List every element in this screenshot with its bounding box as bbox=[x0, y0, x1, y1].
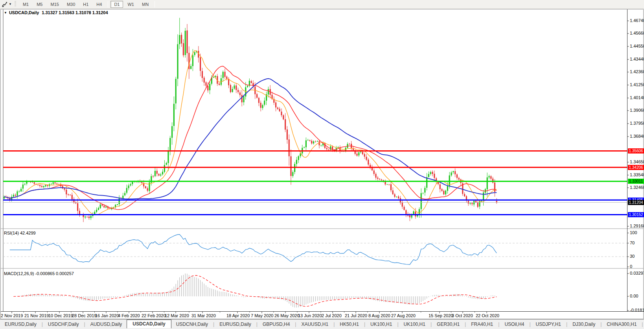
price-tick-label: 1.39060 bbox=[630, 108, 644, 113]
date-tick-label: 21 Nov 2019 bbox=[24, 313, 49, 318]
price-level-badge-1.33011: 1.33011 bbox=[628, 179, 644, 184]
rsi-tick-label: 70 bbox=[630, 240, 635, 245]
date-tick-label: 2 Nov 2019 bbox=[1, 313, 23, 318]
chart-tab-usdcad-daily[interactable]: USDCAD,Daily bbox=[127, 320, 171, 328]
date-tick-label: 22 Feb 2020 bbox=[142, 313, 166, 318]
date-tick-label: 16 Jan 2020 bbox=[95, 313, 119, 318]
timeframe-button-h1[interactable]: H1 bbox=[79, 1, 92, 8]
date-tick-label: 12 Mar 2020 bbox=[165, 313, 189, 318]
chart-area[interactable] bbox=[0, 9, 644, 319]
current-price-badge: 1.31204 bbox=[628, 200, 644, 205]
price-tick-label: 1.40140 bbox=[630, 95, 644, 100]
chart-tab-usdcnh-daily[interactable]: USDCNH,Daily bbox=[171, 321, 213, 328]
timeframe-toolbar: ▼ M1M5M15M30H1H4D1W1MN bbox=[0, 0, 644, 9]
timeframe-button-w1[interactable]: W1 bbox=[124, 1, 138, 8]
date-tick-label: 8 Aug 2020 bbox=[368, 313, 390, 318]
date-tick-label: 3 Oct 2020 bbox=[452, 313, 473, 318]
chart-tab-xauusd-h1[interactable]: XAUUSD,H1 bbox=[296, 321, 333, 328]
price-level-badge-1.35606: 1.35606 bbox=[628, 148, 644, 153]
rsi-tick-label: 30 bbox=[630, 254, 635, 259]
macd-label: MACD(12,26,9) -0.000865 0.000257 bbox=[4, 271, 74, 276]
date-tick-label: 27 Aug 2020 bbox=[391, 313, 416, 318]
chart-tab-usdjpy-h1[interactable]: USDJPY,H1 bbox=[531, 321, 566, 328]
price-tick-label: 1.32460 bbox=[630, 185, 644, 190]
macd-tick-label: 0.032972 bbox=[630, 271, 644, 275]
symbol-tabbar: EURUSD,Daily|USDCHF,Daily|AUDUSD,DailyUS… bbox=[0, 319, 644, 329]
mt4-window: ▼ M1M5M15M30H1H4D1W1MN ▼ USDCAD,Daily 1.… bbox=[0, 0, 644, 329]
date-tick-label: 13 Jun 2020 bbox=[298, 313, 322, 318]
dropdown-arrow-icon[interactable]: ▼ bbox=[9, 2, 12, 6]
toolbar-separator bbox=[108, 1, 108, 7]
chart-tab-china300-h1[interactable]: CHINA300,H1 bbox=[602, 321, 641, 328]
date-tick-label: 26 May 2020 bbox=[274, 313, 300, 318]
price-tick-label: 1.34650 bbox=[630, 159, 644, 164]
chart-tab-fra40-h1[interactable]: FRA40,H1 bbox=[466, 321, 498, 328]
rsi-tick-label: 100 bbox=[630, 230, 637, 235]
date-tick-label: 31 Mar 2020 bbox=[191, 313, 216, 318]
timeframe-button-m1[interactable]: M1 bbox=[19, 1, 32, 8]
price-tick-label: 1.46740 bbox=[630, 18, 644, 23]
chart-tab-usoil-h4[interactable]: USOil,H4 bbox=[500, 321, 529, 328]
date-tick-label: 21 Jul 2020 bbox=[345, 313, 367, 318]
date-tick-label: 4 Feb 2020 bbox=[118, 313, 140, 318]
price-tick-label: 1.44550 bbox=[630, 44, 644, 48]
timeframe-button-mn[interactable]: MN bbox=[138, 1, 152, 8]
price-level-badge-1.34206: 1.34206 bbox=[628, 165, 644, 170]
price-tick-label: 1.37950 bbox=[630, 121, 644, 126]
date-tick-label: 18 Apr 2020 bbox=[226, 313, 250, 318]
macd-tick-label: 0.00 bbox=[630, 294, 638, 298]
chart-tab-ger30-h1[interactable]: GER30,H1 bbox=[432, 321, 464, 328]
price-level-badge-1.30152: 1.30152 bbox=[628, 212, 644, 217]
rsi-label: RSI(14) 42.4299 bbox=[4, 231, 36, 235]
chart-tab-usdchf-daily[interactable]: USDCHF,Daily bbox=[43, 321, 84, 328]
date-tick-label: 28 Dec 2019 bbox=[72, 313, 96, 318]
macd-tick-label: -0.018154 bbox=[630, 308, 644, 312]
date-tick-label: 10 Dec 2019 bbox=[48, 313, 73, 318]
price-tick-label: 1.42360 bbox=[630, 69, 644, 74]
timeframe-button-d1[interactable]: D1 bbox=[110, 1, 123, 8]
chart-tab-uk100-h1[interactable]: UK100,H1 bbox=[366, 321, 397, 328]
symbol-name: USDCAD,Daily bbox=[9, 10, 39, 15]
chart-tab-uk100-h1[interactable]: UK100,H1 bbox=[399, 321, 430, 328]
chart-tab-gbpusd-h4[interactable]: GBPUSD,H4 bbox=[258, 321, 294, 328]
rsi-tick-label: 0 bbox=[630, 264, 632, 269]
ohlc-values: 1.31327 1.31563 1.31078 1.31204 bbox=[42, 10, 108, 15]
pointer-tool-icon[interactable] bbox=[0, 1, 8, 7]
symbol-header: ▼ USDCAD,Daily 1.31327 1.31563 1.31078 1… bbox=[4, 10, 108, 15]
date-tick-label: 7 May 2020 bbox=[251, 313, 273, 318]
chart-tab-eurusd-daily[interactable]: EURUSD,Daily bbox=[215, 321, 256, 328]
price-tick-label: 1.36840 bbox=[630, 134, 644, 139]
price-tick-label: 1.33540 bbox=[630, 172, 644, 177]
toolbar-grip[interactable] bbox=[15, 1, 16, 7]
chart-tab-dj30-daily[interactable]: DJ30,Daily bbox=[568, 321, 600, 328]
date-tick-label: 2 Jul 2020 bbox=[322, 313, 342, 318]
timeframe-button-m15[interactable]: M15 bbox=[47, 1, 62, 8]
collapse-arrow-icon[interactable]: ▼ bbox=[4, 11, 7, 15]
chart-tab-audusd-daily[interactable]: AUDUSD,Daily bbox=[86, 321, 127, 328]
price-tick-label: 1.41250 bbox=[630, 82, 644, 87]
chart-tab-hk50-h1[interactable]: HK50,H1 bbox=[335, 321, 364, 328]
timeframe-button-h4[interactable]: H4 bbox=[93, 1, 105, 8]
date-tick-label: 22 Oct 2020 bbox=[476, 313, 499, 318]
toolbar-separator bbox=[155, 1, 155, 7]
price-tick-label: 1.43440 bbox=[630, 57, 644, 61]
date-tick-label: 15 Sep 2020 bbox=[429, 313, 453, 318]
chart-tab-eurusd-daily[interactable]: EURUSD,Daily bbox=[0, 321, 41, 328]
price-tick-label: 1.45660 bbox=[630, 31, 644, 35]
timeframe-button-m30[interactable]: M30 bbox=[63, 1, 79, 8]
price-tick-label: 1.29160 bbox=[630, 224, 644, 228]
timeframe-button-m5[interactable]: M5 bbox=[33, 1, 46, 8]
